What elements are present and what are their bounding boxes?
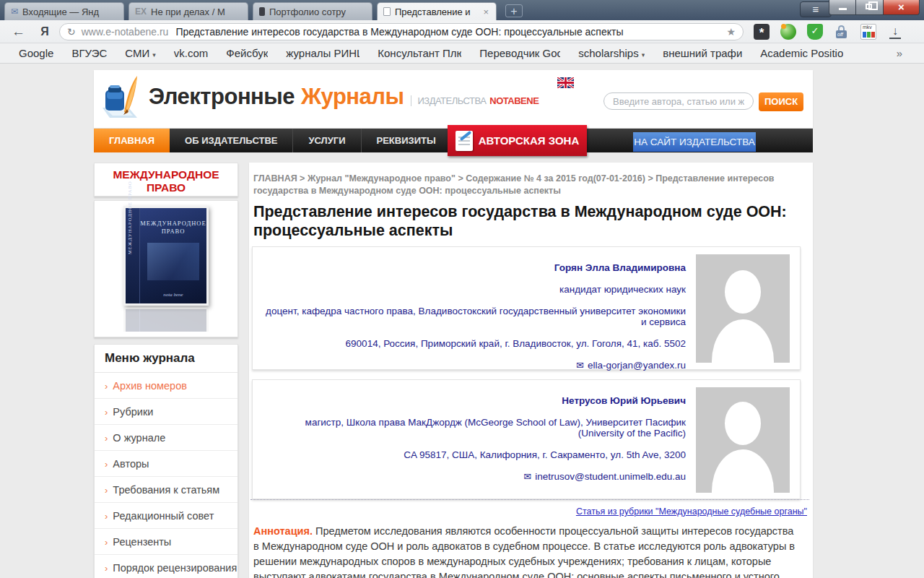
site-favicon — [259, 7, 265, 16]
author-zone-button[interactable]: АВТОРСКАЯ ЗОНА — [448, 125, 587, 156]
bookmarks-overflow-icon[interactable]: » — [897, 47, 902, 59]
author-email[interactable]: ✉ella-gorjan@yandex.ru — [260, 360, 686, 371]
bookmark-traffic[interactable]: внешний трафик — [663, 47, 742, 59]
arrow-icon: › — [105, 563, 108, 574]
journal-title-box: МЕЖДУНАРОДНОЕ ПРАВО — [94, 163, 238, 197]
search-input[interactable] — [603, 92, 754, 110]
dotted-separator — [250, 499, 809, 500]
author-email[interactable]: ✉inetrusov@student.unimelb.edu.au — [260, 471, 686, 482]
page-viewport: ЭлектронныеЖурналыИЗДАТЕЛЬСТВАNOTABENE П… — [0, 64, 924, 578]
bookmark-vk[interactable]: vk.com — [174, 47, 209, 59]
sidebar-item-editorial-board[interactable]: ›Редакционный совет — [95, 503, 237, 529]
bookmark-translator[interactable]: Переводчик Goo — [479, 47, 560, 59]
arrow-icon: › — [105, 433, 108, 444]
tab-ex[interactable]: EX Не при делах / М — [128, 2, 248, 20]
author-address: CA 95817, США, Калифорния, г. Сакраменто… — [260, 449, 686, 460]
arrow-icon: › — [105, 381, 108, 392]
tab-title: Портфолио сотру — [269, 7, 366, 17]
sidebar-item-authors[interactable]: ›Авторы — [95, 451, 237, 477]
ex-icon: EX — [135, 7, 147, 16]
sidebar-item-review-order[interactable]: ›Порядок рецензирования — [95, 555, 237, 578]
window-controls: × — [829, 0, 920, 15]
password-extension-icon[interactable]: * — [754, 24, 770, 40]
rubric-link[interactable]: Статья из рубрики "Международные судебны… — [576, 506, 807, 517]
bookmark-scholarships-folder[interactable]: scholarships▾ — [578, 47, 645, 59]
bookmark-vgues[interactable]: ВГУЭС — [71, 47, 107, 59]
nav-services[interactable]: УСЛУГИ — [293, 129, 361, 152]
annotation-text: Предметом исследования являются особенно… — [253, 525, 795, 578]
yandex-browser-icon[interactable]: Я — [33, 25, 56, 38]
avatar — [696, 387, 790, 493]
sidebar-item-requirements[interactable]: ›Требования к статьям — [95, 477, 237, 503]
tab-article-active[interactable]: Представление и × — [377, 2, 497, 20]
browser-titlebar: ✉ Входящие — Янд EX Не при делах / М Пор… — [0, 0, 924, 20]
adguard-shield-icon[interactable]: ✓ — [807, 24, 823, 40]
logo-word-electronic: Электронные — [149, 84, 295, 109]
tab-title: Входящие — Янд — [22, 7, 118, 17]
arrow-icon: › — [105, 485, 108, 496]
browser-menu-button[interactable]: ≡ — [800, 1, 832, 17]
bookmark-facebook[interactable]: Фейсбук — [226, 47, 268, 59]
arrow-icon: › — [105, 407, 108, 418]
nav-requisites[interactable]: РЕКВИЗИТЫ — [362, 129, 452, 152]
address-bar[interactable]: ↻ www.e-notabene.ru Представление интере… — [59, 23, 744, 40]
minimize-button[interactable] — [829, 0, 856, 15]
back-button[interactable]: ← — [12, 24, 33, 40]
tab-inbox[interactable]: ✉ Входящие — Янд — [4, 2, 124, 20]
author-card-1: Горян Элла Владимировна кандидат юридиче… — [252, 246, 801, 370]
bookmark-smi-folder[interactable]: СМИ▾ — [125, 47, 155, 59]
sidebar-item-archive[interactable]: ›Архив номеров — [95, 373, 237, 399]
page-title: Представление интересов государства в Ме… — [253, 202, 802, 240]
to-publisher-site-button[interactable]: НА САЙТ ИЗДАТЕЛЬСТВА — [633, 132, 756, 152]
lock-off-label: off — [837, 32, 843, 37]
envelope-icon: ✉ — [523, 471, 531, 482]
address-toolbar: ← Я ↻ www.e-notabene.ru Представление ин… — [0, 20, 924, 43]
sidebar-item-rubrics[interactable]: ›Рубрики — [95, 399, 237, 425]
arrow-icon: › — [105, 459, 108, 470]
avatar — [696, 254, 790, 363]
bookmark-google[interactable]: Google — [19, 47, 53, 59]
english-flag-icon[interactable] — [557, 77, 574, 91]
search-button[interactable]: ПОИСК — [759, 92, 803, 111]
restore-button[interactable] — [856, 0, 884, 15]
arrow-icon: › — [105, 511, 108, 522]
author-degree: кандидат юридических наук — [260, 284, 686, 295]
nav-about-publisher[interactable]: ОБ ИЗДАТЕЛЬСТВЕ — [170, 129, 293, 152]
bookmarks-bar: Google ВГУЭС СМИ▾ vk.com Фейсбук журналы… — [0, 43, 924, 64]
bookmark-academic[interactable]: Academic Positio — [760, 47, 843, 59]
page-icon — [383, 7, 391, 16]
lock-off-extension-icon[interactable]: off — [834, 24, 850, 40]
logo-subtitle: ИЗДАТЕЛЬСТВА — [411, 95, 486, 106]
site-header: ЭлектронныеЖурналыИЗДАТЕЛЬСТВАNOTABENE П… — [94, 70, 813, 128]
nav-home[interactable]: ГЛАВНАЯ — [94, 129, 170, 152]
green-extension-icon[interactable] — [780, 24, 796, 40]
reload-icon[interactable]: ↻ — [67, 26, 76, 38]
author-address: 690014, Россия, Приморский край, г. Влад… — [260, 338, 686, 349]
logo-word-journals: Журналы — [301, 84, 404, 109]
chevron-down-icon: ▾ — [152, 51, 156, 59]
tab-portfolio[interactable]: Портфолио сотру — [253, 2, 372, 20]
extension-icons: * ✓ off mkv ↓ — [754, 24, 901, 40]
arrow-icon: › — [105, 537, 108, 548]
sidebar-item-about[interactable]: ›О журнале — [95, 425, 237, 451]
site-logo[interactable]: ЭлектронныеЖурналыИЗДАТЕЛЬСТВАNOTABENE — [100, 74, 539, 119]
close-button[interactable]: × — [884, 0, 920, 15]
envelope-icon: ✉ — [576, 360, 584, 371]
author-card-2: Нетрусов Юрий Юрьевич магистр, Школа пра… — [252, 379, 801, 499]
bookmark-star-icon[interactable]: ★ — [726, 26, 736, 38]
bookmark-consultant[interactable]: Консультант Плю — [378, 47, 461, 59]
new-tab-button[interactable]: + — [505, 4, 523, 17]
breadcrumb[interactable]: ГЛАВНАЯ > Журнал "Международное право" >… — [253, 173, 806, 197]
bookmark-rinc-folder[interactable]: журналы РИНЦ▾ — [286, 47, 359, 59]
tab-title: Представление и — [395, 7, 477, 17]
tab-close-icon[interactable]: × — [481, 7, 490, 17]
journal-cover-image: МЕЖДУНАРОДНОЕ ПРАВО МЕЖДУНАРОДНОЕ ПРАВО … — [123, 206, 209, 306]
author-affiliation: магистр, Школа права МакДжордж (McGeorge… — [260, 417, 686, 439]
video-downloader-icon[interactable]: mkv — [860, 24, 876, 40]
journal-menu: Меню журнала ›Архив номеров ›Рубрики ›О … — [94, 344, 238, 578]
sidebar-item-reviewers[interactable]: ›Рецензенты — [95, 529, 237, 555]
author-affiliation: доцент, кафедра частного права, Владивос… — [260, 306, 686, 327]
author-zone-label: АВТОРСКАЯ ЗОНА — [479, 134, 579, 147]
journal-cover-box[interactable]: МЕЖДУНАРОДНОЕ ПРАВО МЕЖДУНАРОДНОЕ ПРАВО … — [94, 200, 238, 337]
download-icon[interactable]: ↓ — [889, 25, 901, 39]
